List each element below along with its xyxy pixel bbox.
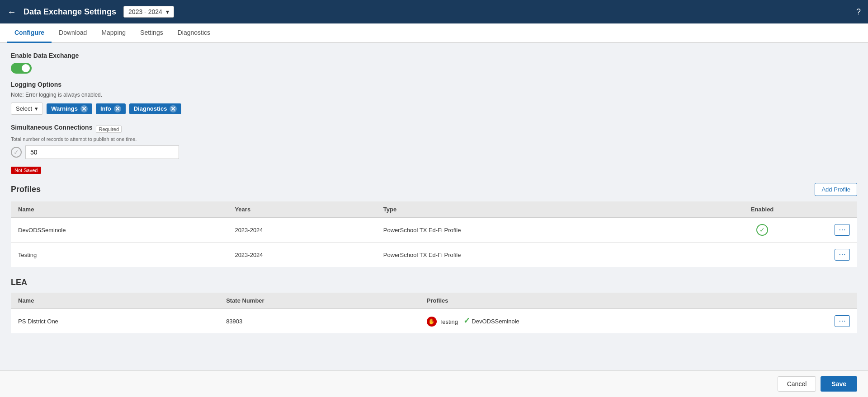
connections-label-row: Simultaneous Connections Required (11, 124, 857, 135)
profile-type: PowerSchool TX Ed-Fi Profile (376, 218, 697, 243)
tab-download[interactable]: Download (52, 23, 94, 43)
profile-years: 2023-2024 (227, 243, 376, 267)
profiles-title: Profiles (11, 185, 41, 194)
tab-bar: Configure Download Mapping Settings Diag… (0, 23, 868, 43)
col-enabled: Enabled (697, 201, 827, 218)
profile-menu-button[interactable]: ⋯ (835, 224, 850, 236)
table-row: Testing 2023-2024 PowerSchool TX Ed-Fi P… (11, 243, 857, 267)
connections-input[interactable] (25, 145, 179, 159)
profile-actions: ⋯ (827, 218, 857, 243)
logging-select[interactable]: Select ▾ (11, 103, 43, 115)
col-lea-actions (827, 293, 857, 309)
lea-menu-button[interactable]: ⋯ (835, 315, 850, 327)
profile-name: Testing (11, 243, 227, 267)
profile-indicator-testing: ✋ Testing (427, 317, 458, 327)
not-saved-badge: Not Saved (11, 167, 41, 174)
required-badge: Required (96, 126, 122, 133)
error-icon: ✋ (427, 317, 437, 327)
enable-toggle-container (11, 63, 857, 74)
back-button[interactable]: ← (7, 7, 16, 17)
footer: Cancel Save (0, 370, 868, 396)
lea-table-header: Name State Number Profiles (11, 293, 857, 309)
select-chevron-icon: ▾ (35, 105, 38, 112)
table-row: PS District One 83903 ✋ Testing ✓ DevODS… (11, 309, 857, 334)
col-name: Name (11, 201, 227, 218)
logging-select-container: Select ▾ Warnings ✕ Info ✕ Diagnostics ✕ (11, 103, 857, 115)
profiles-header: Profiles Add Profile (11, 183, 857, 196)
profile-enabled (697, 243, 827, 267)
tag-diagnostics-label: Diagnostics (134, 105, 167, 112)
col-actions (827, 201, 857, 218)
connections-note: Total number of records to attempt to pu… (11, 136, 857, 142)
success-icon: ✓ (463, 316, 470, 325)
enable-toggle[interactable] (11, 63, 32, 74)
profile-actions: ⋯ (827, 243, 857, 267)
help-icon[interactable]: ? (856, 7, 861, 17)
tag-info: Info ✕ (96, 103, 126, 114)
tab-diagnostics[interactable]: Diagnostics (170, 23, 217, 43)
profile-type: PowerSchool TX Ed-Fi Profile (376, 243, 697, 267)
lea-actions: ⋯ (827, 309, 857, 334)
lea-table: Name State Number Profiles PS District O… (11, 293, 857, 333)
tag-warnings: Warnings ✕ (47, 103, 92, 114)
lea-name: PS District One (11, 309, 219, 334)
col-state-number: State Number (219, 293, 420, 309)
year-value: 2023 - 2024 (128, 8, 162, 15)
tab-settings[interactable]: Settings (133, 23, 170, 43)
connections-input-row: ✓ (11, 145, 857, 159)
app-header: ← Data Exchange Settings 2023 - 2024 ▾ ? (0, 0, 868, 23)
tag-diagnostics: Diagnostics ✕ (129, 103, 182, 114)
profile-label-devods: DevODSSeminole (472, 318, 519, 325)
profile-years: 2023-2024 (227, 218, 376, 243)
save-button[interactable]: Save (821, 376, 857, 392)
connections-check-icon: ✓ (11, 147, 22, 158)
profiles-table-header: Name Years Type Enabled (11, 201, 857, 218)
logging-note: Note: Error logging is always enabled. (11, 92, 857, 98)
lea-title: LEA (11, 278, 857, 287)
profiles-table: Name Years Type Enabled DevODSSeminole 2… (11, 201, 857, 267)
page-title: Data Exchange Settings (24, 7, 116, 17)
year-selector[interactable]: 2023 - 2024 ▾ (123, 6, 174, 18)
profile-enabled: ✓ (697, 218, 827, 243)
tab-mapping[interactable]: Mapping (94, 23, 133, 43)
tag-info-close[interactable]: ✕ (114, 105, 121, 112)
tag-info-label: Info (100, 105, 111, 112)
col-profiles: Profiles (420, 293, 827, 309)
col-years: Years (227, 201, 376, 218)
profile-label-testing: Testing (439, 318, 458, 325)
lea-profiles: ✋ Testing ✓ DevODSSeminole (420, 309, 827, 334)
main-content: Enable Data Exchange Logging Options Not… (0, 43, 868, 396)
tag-warnings-close[interactable]: ✕ (80, 105, 88, 112)
connections-label: Simultaneous Connections (11, 124, 92, 131)
chevron-down-icon: ▾ (166, 8, 169, 15)
lea-state-number: 83903 (219, 309, 420, 334)
profile-menu-button[interactable]: ⋯ (835, 249, 850, 261)
enable-section-label: Enable Data Exchange (11, 52, 857, 59)
tag-diagnostics-close[interactable]: ✕ (170, 105, 177, 112)
select-label: Select (16, 105, 32, 112)
tab-configure[interactable]: Configure (7, 23, 52, 43)
cancel-button[interactable]: Cancel (778, 376, 816, 392)
col-type: Type (376, 201, 697, 218)
col-lea-name: Name (11, 293, 219, 309)
connections-section: Simultaneous Connections Required Total … (11, 124, 857, 159)
logging-label: Logging Options (11, 81, 857, 88)
enabled-check-icon: ✓ (704, 224, 820, 236)
profile-name: DevODSSeminole (11, 218, 227, 243)
header-left: ← Data Exchange Settings 2023 - 2024 ▾ (7, 6, 174, 18)
table-row: DevODSSeminole 2023-2024 PowerSchool TX … (11, 218, 857, 243)
tag-warnings-label: Warnings (51, 105, 78, 112)
add-profile-button[interactable]: Add Profile (815, 183, 857, 196)
